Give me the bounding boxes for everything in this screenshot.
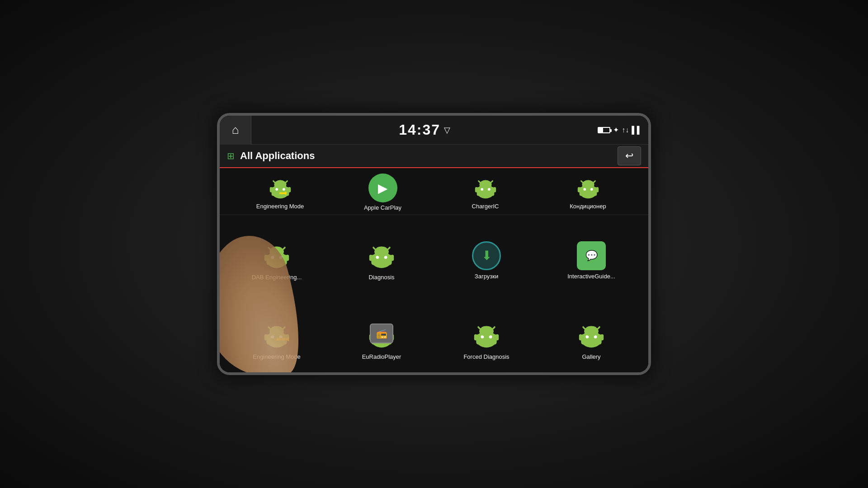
svg-rect-83: [579, 334, 582, 340]
app-item-eu-radio[interactable]: 📻 EuRadioPlayer: [329, 300, 434, 372]
app-label-carplay: Apple CarPlay: [364, 204, 401, 211]
app-label-gallery: Gallery: [582, 353, 600, 360]
app-label-konditsioner: Кондиционер: [570, 203, 606, 210]
android-icon-forced-diagnosis: [471, 320, 502, 351]
title-bar: ⊞ All Applications ↩: [220, 145, 648, 168]
svg-rect-54: [264, 334, 268, 340]
apps-grid: DAB Engineering...: [220, 215, 648, 372]
svg-rect-36: [264, 254, 268, 261]
apps-grid-icon: ⊞: [227, 150, 235, 161]
app-label-engineering-top: Engineering Mode: [256, 203, 304, 210]
download-icon: ⬇: [472, 241, 501, 270]
app-label-engmode: Engineering Mode: [253, 353, 301, 360]
android-icon-dab: [261, 240, 292, 271]
app-item-chargeric[interactable]: ChargerIC: [458, 175, 513, 210]
svg-rect-10: [279, 192, 286, 194]
svg-rect-7: [269, 187, 272, 192]
svg-rect-18: [475, 187, 477, 192]
app-label-forced-diagnosis: Forced Diagnosis: [463, 353, 509, 360]
app-item-diagnosis[interactable]: Diagnosis: [329, 221, 434, 300]
top-row: Engineering Mode ▶ Apple CarPlay: [220, 172, 648, 215]
guide-inner-icon: 💬: [585, 250, 598, 262]
svg-point-82: [584, 326, 599, 336]
app-item-interactive-guide[interactable]: 💬 InteractiveGuide...: [539, 221, 644, 300]
app-label-guide: InteractiveGuide...: [567, 273, 615, 280]
android-icon-chargeric: [472, 175, 499, 201]
app-label-chargeric: ChargerIC: [472, 203, 499, 210]
network-icon: ▌▌: [632, 126, 642, 134]
radio-icon-wrap: 📻: [366, 320, 397, 351]
back-arrow-icon: ↩: [625, 150, 633, 162]
svg-rect-56: [277, 338, 285, 340]
signal-icon: ↑↓: [622, 126, 629, 134]
clock-display: 14:37: [399, 122, 440, 138]
svg-point-35: [269, 246, 284, 257]
android-icon-gallery: [576, 320, 607, 351]
svg-point-6: [274, 180, 286, 189]
app-item-konditsioner[interactable]: Кондиционер: [561, 175, 615, 210]
apps-content: Engineering Mode ▶ Apple CarPlay: [220, 168, 648, 372]
download-arrow-icon: ⬇: [481, 248, 492, 263]
svg-rect-27: [577, 187, 580, 192]
status-icons: ✦ ↑↓ ▌▌: [598, 126, 648, 134]
svg-rect-74: [474, 334, 477, 340]
carplay-inner-icon: ▶: [378, 181, 388, 196]
page-title: All Applications: [240, 150, 618, 162]
app-label-zagruzki: Загрузки: [475, 273, 498, 280]
dropdown-arrow-icon[interactable]: ▽: [444, 125, 450, 135]
svg-rect-46: [391, 254, 394, 261]
app-item-engineering-mode-top[interactable]: Engineering Mode: [253, 175, 307, 210]
app-item-dab-engineering[interactable]: DAB Engineering...: [224, 221, 329, 300]
svg-rect-45: [369, 254, 373, 261]
svg-rect-19: [493, 187, 496, 192]
home-icon: ⌂: [232, 123, 239, 137]
car-bezel: ⌂ 14:37 ▽ ✦ ↑↓ ▌▌ ⊞ All Applicat: [0, 0, 868, 488]
app-item-engineering-mode[interactable]: Engineering Mode: [224, 300, 329, 372]
svg-point-26: [582, 180, 594, 189]
svg-point-73: [479, 326, 494, 336]
svg-rect-37: [286, 254, 289, 261]
android-icon-engineering-top: [267, 175, 293, 201]
home-button[interactable]: ⌂: [220, 116, 251, 145]
guide-icon: 💬: [577, 241, 606, 270]
svg-point-17: [479, 180, 491, 189]
back-button[interactable]: ↩: [618, 146, 641, 165]
app-label-radio: EuRadioPlayer: [362, 353, 401, 360]
app-item-carplay[interactable]: ▶ Apple CarPlay: [356, 174, 410, 211]
android-icon-engmode: [261, 320, 292, 351]
time-area: 14:37 ▽: [251, 122, 598, 138]
svg-rect-8: [288, 187, 291, 192]
header: ⌂ 14:37 ▽ ✦ ↑↓ ▌▌: [220, 116, 648, 145]
svg-rect-84: [600, 334, 604, 340]
screen-inner: ⌂ 14:37 ▽ ✦ ↑↓ ▌▌ ⊞ All Applicat: [220, 116, 648, 372]
svg-rect-75: [495, 334, 499, 340]
app-item-forced-diagnosis[interactable]: Forced Diagnosis: [434, 300, 539, 372]
battery-icon: [598, 127, 610, 133]
app-label-diagnosis: Diagnosis: [368, 274, 394, 281]
app-label-dab: DAB Engineering...: [252, 274, 302, 281]
svg-rect-28: [596, 187, 599, 192]
android-icon-diagnosis: [366, 240, 397, 271]
screen-outer: ⌂ 14:37 ▽ ✦ ↑↓ ▌▌ ⊞ All Applicat: [217, 113, 651, 375]
app-item-gallery[interactable]: Gallery: [539, 300, 644, 372]
bluetooth-icon: ✦: [613, 126, 619, 134]
svg-point-44: [374, 246, 389, 257]
svg-point-53: [269, 326, 284, 336]
android-icon-konditsioner: [575, 175, 601, 201]
app-item-zagruzki[interactable]: ⬇ Загрузки: [434, 221, 539, 300]
carplay-icon: ▶: [368, 174, 397, 202]
